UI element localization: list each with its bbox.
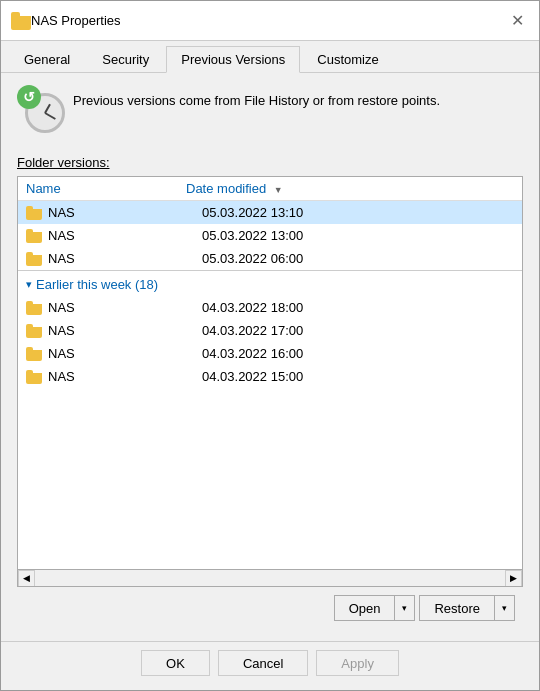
restore-split-button: Restore ▾ bbox=[419, 595, 515, 621]
item-date: 04.03.2022 18:00 bbox=[202, 300, 514, 315]
sort-icon: ▼ bbox=[274, 185, 283, 195]
column-name-header: Name bbox=[26, 181, 186, 196]
group-header-earlier[interactable]: ▾ Earlier this week (18) bbox=[18, 271, 522, 296]
list-item[interactable]: NAS 04.03.2022 18:00 bbox=[18, 296, 522, 319]
list-item[interactable]: NAS 04.03.2022 16:00 bbox=[18, 342, 522, 365]
close-button[interactable]: ✕ bbox=[505, 9, 529, 33]
restore-button[interactable]: Restore bbox=[419, 595, 495, 621]
tab-general[interactable]: General bbox=[9, 46, 85, 73]
open-split-button: Open ▾ bbox=[334, 595, 416, 621]
list-item[interactable]: NAS 04.03.2022 17:00 bbox=[18, 319, 522, 342]
info-icon: ↺ bbox=[17, 85, 73, 141]
folder-icon bbox=[26, 301, 42, 315]
group-toggle-icon: ▾ bbox=[26, 278, 32, 291]
group-label: Earlier this week (18) bbox=[36, 277, 158, 292]
nas-properties-window: NAS Properties ✕ General Security Previo… bbox=[0, 0, 540, 691]
item-date: 04.03.2022 17:00 bbox=[202, 323, 514, 338]
tab-bar: General Security Previous Versions Custo… bbox=[1, 41, 539, 73]
item-date: 05.03.2022 13:00 bbox=[202, 228, 514, 243]
horizontal-scrollbar[interactable]: ◀ ▶ bbox=[18, 569, 522, 586]
list-item[interactable]: NAS 05.03.2022 06:00 bbox=[18, 247, 522, 270]
folder-icon bbox=[26, 370, 42, 384]
item-date: 04.03.2022 16:00 bbox=[202, 346, 514, 361]
list-item[interactable]: NAS 05.03.2022 13:10 bbox=[18, 201, 522, 224]
item-name: NAS bbox=[48, 228, 202, 243]
item-name: NAS bbox=[48, 300, 202, 315]
tab-previous-versions[interactable]: Previous Versions bbox=[166, 46, 300, 73]
nas-folder-icon bbox=[11, 12, 31, 30]
folder-icon bbox=[26, 229, 42, 243]
folder-icon bbox=[26, 347, 42, 361]
folder-icon bbox=[26, 206, 42, 220]
scroll-right-button[interactable]: ▶ bbox=[505, 570, 522, 587]
list-item[interactable]: NAS 05.03.2022 13:00 bbox=[18, 224, 522, 247]
list-item[interactable]: NAS 04.03.2022 15:00 bbox=[18, 365, 522, 388]
folder-versions-label: Folder versions: bbox=[17, 155, 523, 170]
item-date: 05.03.2022 13:10 bbox=[202, 205, 514, 220]
info-section: ↺ Previous versions come from File Histo… bbox=[17, 85, 523, 141]
list-body[interactable]: NAS 05.03.2022 13:10 NAS 05.03.2022 13:0… bbox=[18, 201, 522, 569]
versions-list-container: Name Date modified ▼ NAS 05.03.2022 13:1… bbox=[17, 176, 523, 587]
column-date-header: Date modified ▼ bbox=[186, 181, 514, 196]
folder-icon bbox=[26, 324, 42, 338]
item-name: NAS bbox=[48, 205, 202, 220]
action-buttons-row: Open ▾ Restore ▾ bbox=[17, 587, 523, 629]
item-name: NAS bbox=[48, 251, 202, 266]
arrow-icon: ↺ bbox=[17, 85, 41, 109]
item-name: NAS bbox=[48, 369, 202, 384]
item-date: 04.03.2022 15:00 bbox=[202, 369, 514, 384]
tab-security[interactable]: Security bbox=[87, 46, 164, 73]
tab-content: ↺ Previous versions come from File Histo… bbox=[1, 73, 539, 641]
item-name: NAS bbox=[48, 346, 202, 361]
cancel-button[interactable]: Cancel bbox=[218, 650, 308, 676]
title-bar: NAS Properties ✕ bbox=[1, 1, 539, 41]
info-description: Previous versions come from File History… bbox=[73, 85, 440, 111]
folder-icon bbox=[26, 252, 42, 266]
open-dropdown-button[interactable]: ▾ bbox=[395, 595, 415, 621]
item-name: NAS bbox=[48, 323, 202, 338]
apply-button[interactable]: Apply bbox=[316, 650, 399, 676]
window-title: NAS Properties bbox=[31, 13, 505, 28]
clock-hand-minute bbox=[45, 112, 56, 120]
open-button[interactable]: Open bbox=[334, 595, 396, 621]
dialog-footer: OK Cancel Apply bbox=[1, 641, 539, 690]
list-header: Name Date modified ▼ bbox=[18, 177, 522, 201]
scroll-left-button[interactable]: ◀ bbox=[18, 570, 35, 587]
tab-customize[interactable]: Customize bbox=[302, 46, 393, 73]
item-date: 05.03.2022 06:00 bbox=[202, 251, 514, 266]
restore-dropdown-button[interactable]: ▾ bbox=[495, 595, 515, 621]
scroll-track[interactable] bbox=[35, 570, 505, 587]
ok-button[interactable]: OK bbox=[141, 650, 210, 676]
